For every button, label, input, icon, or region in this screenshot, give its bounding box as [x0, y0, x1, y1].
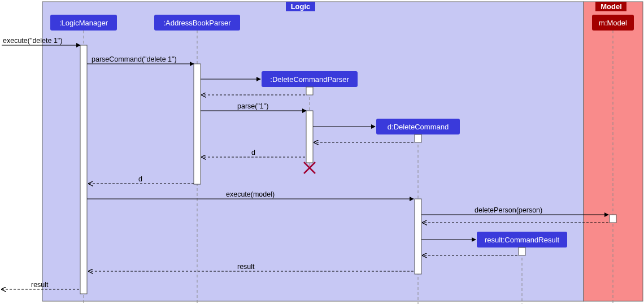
- svg-text::DeleteCommandParser: :DeleteCommandParser: [270, 75, 349, 84]
- activation-dcp-parse: [306, 111, 313, 163]
- activation-dc-create: [415, 134, 421, 142]
- activation-logicmanager: [80, 45, 87, 294]
- svg-text:deletePerson(person): deletePerson(person): [475, 206, 542, 214]
- activation-dcp-create: [306, 87, 313, 95]
- svg-text:d:DeleteCommand: d:DeleteCommand: [388, 123, 449, 131]
- activation-dc-exec: [415, 199, 421, 274]
- svg-text::AddressBookParser: :AddressBookParser: [163, 19, 231, 27]
- svg-text:execute(model): execute(model): [226, 190, 275, 198]
- svg-text::LogicManager: :LogicManager: [59, 19, 108, 27]
- svg-text:result:CommandResult: result:CommandResult: [485, 236, 560, 244]
- svg-text:parse("1"): parse("1"): [237, 102, 268, 110]
- svg-text:m:Model: m:Model: [599, 19, 627, 27]
- svg-text:execute("delete 1"): execute("delete 1"): [3, 37, 62, 45]
- svg-text:d: d: [138, 175, 142, 183]
- activation-cr: [519, 247, 525, 255]
- svg-text:result: result: [237, 263, 255, 271]
- svg-text:d: d: [251, 149, 255, 157]
- frame-model-title: Model: [601, 2, 622, 11]
- activation-abparser: [194, 64, 201, 184]
- svg-text:result: result: [31, 281, 49, 289]
- frame-logic-title: Logic: [291, 2, 311, 11]
- sequence-diagram: Logic Model :LogicManager :AddressBookPa…: [0, 0, 644, 304]
- svg-text:parseCommand("delete 1"): parseCommand("delete 1"): [92, 55, 177, 63]
- activation-model: [610, 215, 616, 223]
